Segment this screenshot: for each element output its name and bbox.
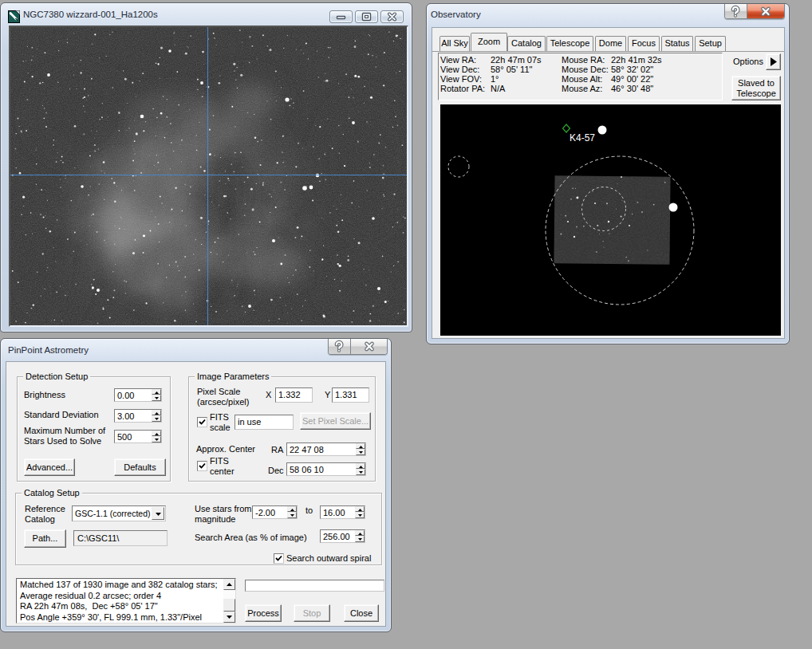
svg-text:K4-57: K4-57 (570, 132, 595, 144)
